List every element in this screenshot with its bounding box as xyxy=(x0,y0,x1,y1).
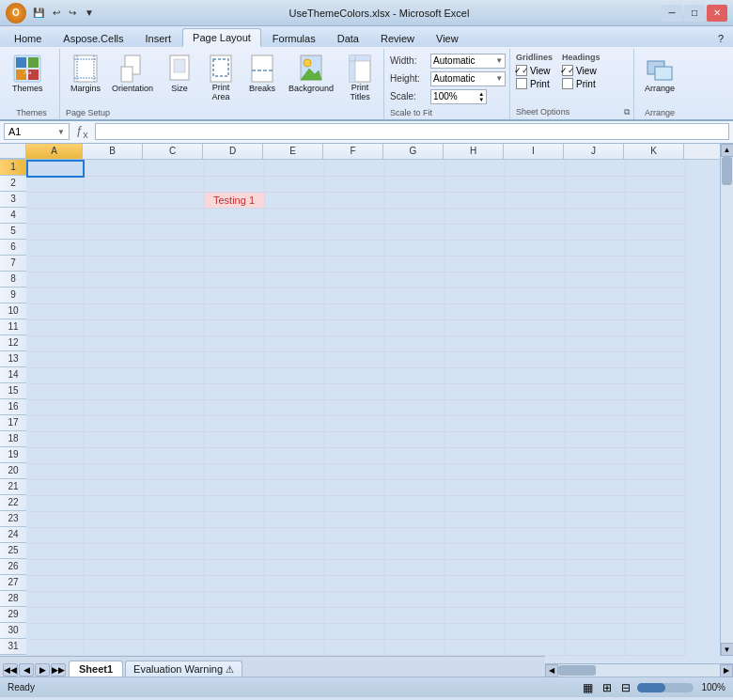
cell-C3[interactable] xyxy=(144,193,204,209)
cell-C27[interactable] xyxy=(144,576,204,592)
cell-E30[interactable] xyxy=(264,624,324,640)
cell-I11[interactable] xyxy=(505,320,565,336)
cell-E10[interactable] xyxy=(264,304,324,320)
cell-C15[interactable] xyxy=(144,384,204,400)
size-button[interactable]: Size xyxy=(160,51,199,96)
cell-A14[interactable] xyxy=(27,368,84,384)
cell-K20[interactable] xyxy=(625,464,685,480)
cell-F12[interactable] xyxy=(324,336,384,352)
cell-E21[interactable] xyxy=(264,480,324,496)
cell-E31[interactable] xyxy=(264,640,324,656)
cell-G20[interactable] xyxy=(384,464,444,480)
cell-D8[interactable] xyxy=(204,272,264,288)
cell-E18[interactable] xyxy=(264,432,324,448)
cell-A12[interactable] xyxy=(27,336,84,352)
cell-E22[interactable] xyxy=(264,496,324,512)
row-header-23[interactable]: 23 xyxy=(0,511,26,527)
cell-I28[interactable] xyxy=(505,592,565,608)
sheet-nav-next[interactable]: ▶ xyxy=(35,663,50,677)
cell-D15[interactable] xyxy=(204,384,264,400)
cell-D11[interactable] xyxy=(204,320,264,336)
cell-I14[interactable] xyxy=(505,368,565,384)
row-header-5[interactable]: 5 xyxy=(0,224,26,240)
row-header-24[interactable]: 24 xyxy=(0,527,26,543)
cell-K15[interactable] xyxy=(625,384,685,400)
row-header-4[interactable]: 4 xyxy=(0,208,26,224)
cell-H5[interactable] xyxy=(444,225,505,241)
cell-G17[interactable] xyxy=(384,416,444,432)
view-page-break-btn[interactable]: ⊟ xyxy=(618,680,633,695)
cell-A5[interactable] xyxy=(27,225,84,241)
cell-G1[interactable] xyxy=(384,161,444,177)
cell-J31[interactable] xyxy=(565,640,625,656)
cell-I16[interactable] xyxy=(505,400,565,416)
tab-data[interactable]: Data xyxy=(327,29,369,47)
cell-F31[interactable] xyxy=(324,640,384,656)
cell-H12[interactable] xyxy=(444,336,505,352)
row-header-30[interactable]: 30 xyxy=(0,623,26,639)
cell-A4[interactable] xyxy=(27,209,84,225)
cell-K18[interactable] xyxy=(625,432,685,448)
row-header-16[interactable]: 16 xyxy=(0,399,26,415)
cell-K5[interactable] xyxy=(625,225,685,241)
cell-D24[interactable] xyxy=(204,528,264,544)
cell-E24[interactable] xyxy=(264,528,324,544)
view-normal-btn[interactable]: ▦ xyxy=(580,680,596,695)
cell-H27[interactable] xyxy=(444,576,505,592)
cell-J6[interactable] xyxy=(565,241,625,257)
cell-B17[interactable] xyxy=(84,416,144,432)
cell-K11[interactable] xyxy=(625,320,685,336)
cell-H20[interactable] xyxy=(444,464,505,480)
cell-G28[interactable] xyxy=(384,592,444,608)
cell-K17[interactable] xyxy=(625,416,685,432)
cell-J24[interactable] xyxy=(565,528,625,544)
hscroll-left-btn[interactable]: ◀ xyxy=(545,664,558,677)
cell-I18[interactable] xyxy=(505,432,565,448)
cell-A20[interactable] xyxy=(27,464,84,480)
cell-F17[interactable] xyxy=(324,416,384,432)
cell-C20[interactable] xyxy=(144,464,204,480)
cell-H31[interactable] xyxy=(444,640,505,656)
cell-G31[interactable] xyxy=(384,640,444,656)
col-header-a[interactable]: A xyxy=(26,144,83,159)
cell-A22[interactable] xyxy=(27,496,84,512)
cell-I25[interactable] xyxy=(505,544,565,560)
cell-C1[interactable] xyxy=(144,161,204,177)
row-header-21[interactable]: 21 xyxy=(0,479,26,495)
cell-J27[interactable] xyxy=(565,576,625,592)
sheet-tab-sheet1[interactable]: Sheet1 xyxy=(69,661,123,677)
cell-B16[interactable] xyxy=(84,400,144,416)
row-header-11[interactable]: 11 xyxy=(0,319,26,335)
cell-B11[interactable] xyxy=(84,320,144,336)
cell-J17[interactable] xyxy=(565,416,625,432)
cell-F3[interactable] xyxy=(324,193,384,209)
cell-K13[interactable] xyxy=(625,352,685,368)
row-header-27[interactable]: 27 xyxy=(0,575,26,591)
cell-D21[interactable] xyxy=(204,480,264,496)
cell-D5[interactable] xyxy=(204,225,264,241)
cell-K21[interactable] xyxy=(625,480,685,496)
cell-G23[interactable] xyxy=(384,512,444,528)
cell-K24[interactable] xyxy=(625,528,685,544)
tab-formulas[interactable]: Formulas xyxy=(262,29,326,47)
cell-A8[interactable] xyxy=(27,272,84,288)
cell-F7[interactable] xyxy=(324,257,384,272)
cell-C4[interactable] xyxy=(144,209,204,225)
sheet-tab-warning[interactable]: Evaluation Warning ⚠ xyxy=(125,661,242,677)
tab-insert[interactable]: Insert xyxy=(135,29,182,47)
cell-K2[interactable] xyxy=(625,177,685,193)
row-header-6[interactable]: 6 xyxy=(0,240,26,256)
cell-G15[interactable] xyxy=(384,384,444,400)
cell-E4[interactable] xyxy=(264,209,324,225)
cell-K6[interactable] xyxy=(625,241,685,257)
cell-J22[interactable] xyxy=(565,496,625,512)
row-header-25[interactable]: 25 xyxy=(0,543,26,559)
row-header-15[interactable]: 15 xyxy=(0,383,26,399)
cell-E9[interactable] xyxy=(264,288,324,304)
cell-D17[interactable] xyxy=(204,416,264,432)
row-header-22[interactable]: 22 xyxy=(0,495,26,511)
hscroll-right-btn[interactable]: ▶ xyxy=(720,664,733,677)
row-header-31[interactable]: 31 xyxy=(0,639,26,655)
cell-H6[interactable] xyxy=(444,241,505,257)
cell-K23[interactable] xyxy=(625,512,685,528)
